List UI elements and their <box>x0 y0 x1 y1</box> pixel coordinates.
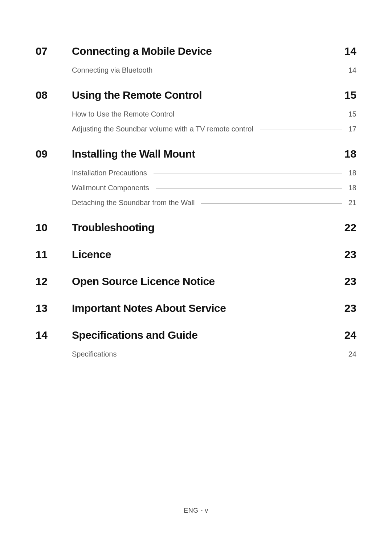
section-body: Connecting a Mobile Device14Connecting v… <box>72 45 356 74</box>
subsection-list: Specifications24 <box>72 350 356 358</box>
subsection-list: Connecting via Bluetooth14 <box>72 66 356 74</box>
section-page: 22 <box>344 221 356 234</box>
subsection-list: How to Use the Remote Control15Adjusting… <box>72 110 356 133</box>
leader-line <box>201 203 342 204</box>
section-number: 12 <box>36 275 72 288</box>
toc-page: 07Connecting a Mobile Device14Connecting… <box>0 0 392 537</box>
section-body: Important Notes About Service23 <box>72 302 356 314</box>
section-title-row[interactable]: Troubleshooting22 <box>72 221 356 234</box>
section-body: Installing the Wall Mount18Installation … <box>72 148 356 207</box>
toc-section: 09Installing the Wall Mount18Installatio… <box>36 148 356 207</box>
leader-line <box>156 188 342 189</box>
subsection-title: Detaching the Soundbar from the Wall <box>72 199 199 207</box>
subsection-page: 17 <box>344 125 356 133</box>
section-title-row[interactable]: Licence23 <box>72 248 356 261</box>
subsection-title: Installation Precautions <box>72 169 151 177</box>
subsection-page: 18 <box>344 169 356 177</box>
section-number: 07 <box>36 45 72 57</box>
toc-section: 07Connecting a Mobile Device14Connecting… <box>36 45 356 74</box>
leader-line <box>123 355 342 355</box>
section-title: Troubleshooting <box>72 221 154 234</box>
section-page: 23 <box>344 248 356 261</box>
section-body: Troubleshooting22 <box>72 221 356 234</box>
subsection-row[interactable]: Specifications24 <box>72 350 356 358</box>
page-footer: ENG - v <box>0 507 392 514</box>
section-title-row[interactable]: Open Source Licence Notice23 <box>72 275 356 288</box>
toc-section: 08Using the Remote Control15How to Use t… <box>36 89 356 133</box>
section-body: Open Source Licence Notice23 <box>72 275 356 288</box>
section-title-row[interactable]: Connecting a Mobile Device14 <box>72 45 356 57</box>
subsection-page: 14 <box>344 66 356 74</box>
subsection-list: Installation Precautions18Wallmount Comp… <box>72 169 356 207</box>
toc-section: 12Open Source Licence Notice23 <box>36 275 356 288</box>
toc-section: 13Important Notes About Service23 <box>36 302 356 314</box>
toc-section: 14Specifications and Guide24Specificatio… <box>36 329 356 358</box>
section-title: Connecting a Mobile Device <box>72 45 212 57</box>
section-page: 24 <box>344 329 356 341</box>
leader-line <box>159 71 342 71</box>
subsection-title: How to Use the Remote Control <box>72 110 179 118</box>
section-title-row[interactable]: Using the Remote Control15 <box>72 89 356 101</box>
section-page: 23 <box>344 275 356 288</box>
subsection-row[interactable]: Connecting via Bluetooth14 <box>72 66 356 74</box>
subsection-title: Connecting via Bluetooth <box>72 66 157 74</box>
toc-list: 07Connecting a Mobile Device14Connecting… <box>36 45 356 358</box>
section-page: 18 <box>344 148 356 160</box>
section-number: 08 <box>36 89 72 101</box>
subsection-row[interactable]: Adjusting the Soundbar volume with a TV … <box>72 125 356 133</box>
leader-line <box>260 130 342 130</box>
section-number: 14 <box>36 329 72 341</box>
subsection-title: Wallmount Components <box>72 184 154 192</box>
section-title-row[interactable]: Important Notes About Service23 <box>72 302 356 314</box>
section-number: 11 <box>36 248 72 261</box>
section-body: Using the Remote Control15How to Use the… <box>72 89 356 133</box>
subsection-row[interactable]: Installation Precautions18 <box>72 169 356 177</box>
toc-section: 10Troubleshooting22 <box>36 221 356 234</box>
subsection-row[interactable]: Wallmount Components18 <box>72 184 356 192</box>
section-title: Important Notes About Service <box>72 302 226 314</box>
section-page: 14 <box>344 45 356 57</box>
section-title: Installing the Wall Mount <box>72 148 195 160</box>
section-title: Open Source Licence Notice <box>72 275 215 288</box>
subsection-page: 21 <box>344 199 356 207</box>
subsection-page: 15 <box>344 110 356 118</box>
leader-line <box>154 174 342 174</box>
subsection-title: Specifications <box>72 350 121 358</box>
subsection-page: 18 <box>344 184 356 192</box>
section-number: 10 <box>36 221 72 234</box>
section-title: Using the Remote Control <box>72 89 202 101</box>
subsection-row[interactable]: Detaching the Soundbar from the Wall21 <box>72 199 356 207</box>
section-title-row[interactable]: Installing the Wall Mount18 <box>72 148 356 160</box>
leader-line <box>181 115 342 115</box>
subsection-page: 24 <box>344 350 356 358</box>
toc-section: 11Licence23 <box>36 248 356 261</box>
section-body: Specifications and Guide24Specifications… <box>72 329 356 358</box>
section-number: 13 <box>36 302 72 314</box>
section-title: Specifications and Guide <box>72 329 197 341</box>
section-title-row[interactable]: Specifications and Guide24 <box>72 329 356 341</box>
section-page: 23 <box>344 302 356 314</box>
subsection-title: Adjusting the Soundbar volume with a TV … <box>72 125 258 133</box>
section-page: 15 <box>344 89 356 101</box>
section-number: 09 <box>36 148 72 160</box>
section-title: Licence <box>72 248 111 261</box>
subsection-row[interactable]: How to Use the Remote Control15 <box>72 110 356 118</box>
section-body: Licence23 <box>72 248 356 261</box>
